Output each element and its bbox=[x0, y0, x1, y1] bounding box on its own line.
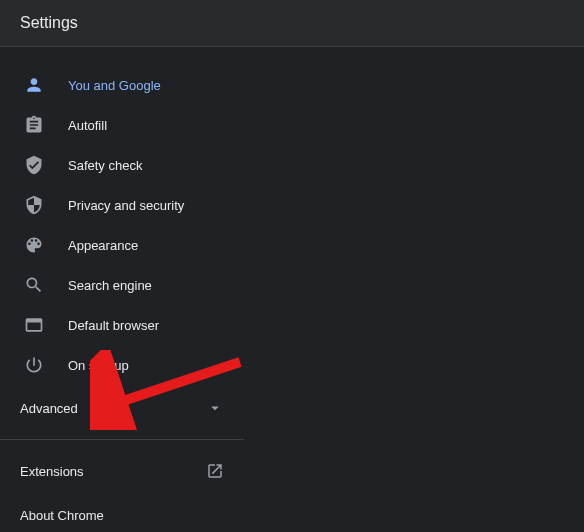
advanced-label: Advanced bbox=[20, 401, 78, 416]
chevron-down-icon bbox=[206, 399, 224, 417]
nav-label: You and Google bbox=[68, 78, 161, 93]
nav-label: Safety check bbox=[68, 158, 142, 173]
nav-label: Default browser bbox=[68, 318, 159, 333]
nav-label: Appearance bbox=[68, 238, 138, 253]
about-chrome-section[interactable]: About Chrome bbox=[0, 494, 244, 532]
browser-icon bbox=[24, 315, 44, 335]
nav-on-startup[interactable]: On startup bbox=[0, 345, 244, 385]
nav-default-browser[interactable]: Default browser bbox=[0, 305, 244, 345]
advanced-section[interactable]: Advanced bbox=[0, 385, 244, 431]
settings-header: Settings bbox=[0, 0, 584, 47]
safety-check-icon bbox=[24, 155, 44, 175]
nav-search-engine[interactable]: Search engine bbox=[0, 265, 244, 305]
search-icon bbox=[24, 275, 44, 295]
nav-you-and-google[interactable]: You and Google bbox=[0, 65, 244, 105]
settings-sidebar: You and Google Autofill Safety check Pri… bbox=[0, 47, 244, 385]
nav-label: Autofill bbox=[68, 118, 107, 133]
divider bbox=[0, 439, 244, 440]
person-icon bbox=[24, 75, 44, 95]
shield-icon bbox=[24, 195, 44, 215]
nav-safety-check[interactable]: Safety check bbox=[0, 145, 244, 185]
power-icon bbox=[24, 355, 44, 375]
palette-icon bbox=[24, 235, 44, 255]
extensions-label: Extensions bbox=[20, 464, 84, 479]
extensions-section[interactable]: Extensions bbox=[0, 448, 244, 494]
nav-appearance[interactable]: Appearance bbox=[0, 225, 244, 265]
nav-label: Search engine bbox=[68, 278, 152, 293]
about-label: About Chrome bbox=[20, 508, 104, 523]
nav-label: On startup bbox=[68, 358, 129, 373]
page-title: Settings bbox=[20, 14, 78, 31]
nav-privacy-security[interactable]: Privacy and security bbox=[0, 185, 244, 225]
nav-label: Privacy and security bbox=[68, 198, 184, 213]
external-link-icon bbox=[206, 462, 224, 480]
autofill-icon bbox=[24, 115, 44, 135]
nav-autofill[interactable]: Autofill bbox=[0, 105, 244, 145]
